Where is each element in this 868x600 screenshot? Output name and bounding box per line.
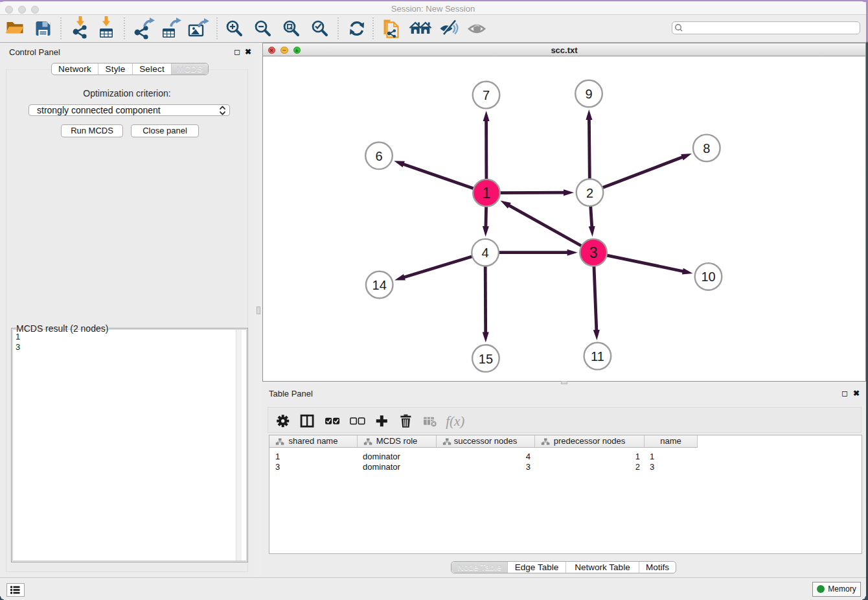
- svg-text:15: 15: [479, 352, 493, 366]
- svg-text:3: 3: [589, 244, 598, 261]
- svg-text:7: 7: [483, 88, 490, 102]
- svg-text:9: 9: [585, 87, 592, 101]
- svg-text:f(x): f(x): [446, 413, 464, 429]
- svg-text:2: 2: [586, 186, 593, 200]
- svg-text:11: 11: [591, 349, 604, 363]
- svg-text:14: 14: [372, 278, 387, 292]
- svg-text:8: 8: [703, 141, 710, 156]
- svg-text:1: 1: [483, 185, 491, 202]
- svg-text:4: 4: [482, 246, 489, 260]
- svg-text:10: 10: [701, 270, 715, 284]
- svg-text:6: 6: [375, 149, 382, 163]
